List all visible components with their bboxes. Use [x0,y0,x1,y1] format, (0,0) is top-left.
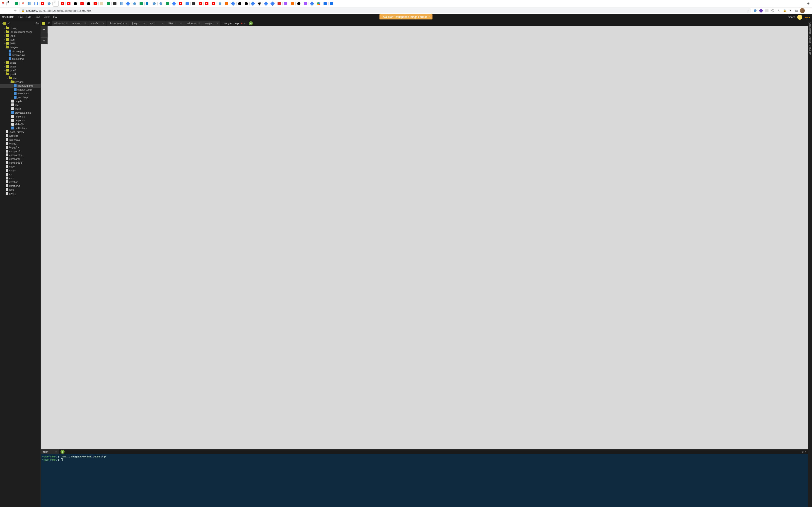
browser-tab[interactable] [309,1,315,7]
browser-tab[interactable] [92,1,98,7]
browser-tab[interactable] [138,1,144,7]
browser-tab[interactable] [316,1,321,7]
editor-tab[interactable]: address.c× [52,20,70,26]
close-icon[interactable]: × [805,450,807,453]
gear-icon[interactable]: ⚙▾ [35,22,39,25]
tree-file[interactable]: cp [0,172,41,176]
popout-icon[interactable]: ⧉ [802,450,804,453]
browser-tab[interactable] [329,1,335,7]
browser-tab[interactable] [0,1,6,7]
browser-tab[interactable] [13,1,19,7]
zoom-out-button[interactable]: − [41,26,48,33]
tree-file[interactable]: iteration [0,180,41,184]
tree-file[interactable]: copy [0,165,41,168]
tree-folder[interactable]: ▸2020 [0,42,41,45]
editor-tab[interactable]: jpeg.c× [130,20,148,26]
tree-folder[interactable]: ▾images [0,80,41,84]
add-terminal-button[interactable]: + [60,450,64,454]
close-icon[interactable]: × [244,22,245,25]
tree-file[interactable]: compare0 [0,149,41,153]
browser-tab[interactable] [302,1,308,7]
profile-avatar[interactable] [800,8,805,13]
editor-viewport[interactable]: − + [41,26,808,449]
editor-tab[interactable]: courtyard.bmp× [220,20,248,26]
browser-tab[interactable] [184,1,190,7]
tree-toggle-icon[interactable]: ▾ [9,81,11,83]
editor-tab[interactable]: cp.c× [148,20,166,26]
browser-tab[interactable] [46,1,52,7]
close-icon[interactable]: × [198,22,200,25]
menu-view[interactable]: View [42,16,51,19]
tree-folder[interactable]: ▸pset2 [0,64,41,68]
browser-tab[interactable] [322,1,328,7]
tree-file[interactable]: jpeg.c [0,191,41,195]
tree-file[interactable]: helpers.c [0,115,41,118]
tree-file[interactable]: .bash_history [0,130,41,134]
browser-tab[interactable] [132,1,138,7]
browser-tab[interactable] [99,1,105,7]
nav-back-button[interactable]: ← [1,8,6,13]
new-browser-tab[interactable]: + [806,1,811,6]
browser-tab[interactable] [223,1,230,7]
tree-file[interactable]: address.c [0,137,41,142]
tree-folder[interactable]: ▸pset1 [0,61,41,64]
tree-toggle-icon[interactable]: ▾ [7,77,9,79]
tree-toggle-icon[interactable]: ▸ [4,69,6,71]
browser-tab[interactable] [256,1,262,7]
tree-file[interactable]: address [0,134,41,137]
close-icon[interactable]: × [216,22,218,25]
browser-tab[interactable] [158,1,164,7]
browser-tab[interactable] [79,1,85,7]
extension-icon[interactable]: ⓘ [770,8,775,13]
menu-find[interactable]: Find [33,16,42,19]
tree-toggle-icon[interactable]: ▸ [4,35,6,37]
tree-file[interactable]: buggy2.c [0,145,41,149]
browser-tab[interactable] [171,1,177,7]
close-icon[interactable]: × [126,22,127,25]
file-tree-sidebar[interactable]: ▾ ~/ ⚙▾ ▸.config▸.git-credential-cache▸.… [0,20,41,507]
menu-go[interactable]: Go [51,16,59,19]
tree-toggle-icon[interactable]: ▾ [1,22,3,24]
tree-file[interactable]: grayscale.bmp [0,111,41,115]
editor-tab[interactable]: scanf.c× [88,20,106,26]
browser-tab[interactable] [230,1,236,7]
browser-tab[interactable] [125,1,131,7]
extension-icon[interactable] [753,8,758,13]
tree-file[interactable]: dimora2.jpg [0,53,41,57]
browser-menu-button[interactable]: ⋮ [806,8,811,13]
browser-tab[interactable] [276,1,282,7]
browser-tab[interactable] [53,1,59,7]
close-icon[interactable]: × [55,450,57,453]
tree-file[interactable]: compare0.c [0,153,41,157]
star-icon[interactable]: ☆ [747,9,749,12]
extensions-menu-icon[interactable]: ✦ [788,8,793,13]
tree-toggle-icon[interactable]: ▾ [4,46,6,48]
tree-file[interactable]: jpeg [0,188,41,191]
browser-tab[interactable] [86,1,92,7]
browser-tab[interactable] [296,1,302,7]
tree-folder[interactable]: ▸.config [0,26,41,30]
add-tab-button[interactable]: + [249,21,253,25]
reading-list-icon[interactable]: ▤ [794,8,799,13]
close-icon[interactable]: × [84,22,86,25]
terminal-tab[interactable]: filter/ × [41,450,59,454]
zoom-in-button[interactable]: + [41,37,48,44]
tree-toggle-icon[interactable]: ▸ [4,31,6,33]
editor-tab[interactable]: helpers.c× [184,20,202,26]
browser-tab[interactable] [7,1,13,7]
url-input[interactable]: 🔒 ide.cs50.io/2f61eb8e2d6c453c870eb8fb16… [19,8,751,13]
tree-toggle-icon[interactable]: ▸ [4,62,6,64]
share-button[interactable]: Share [788,16,795,19]
browser-tab[interactable] [105,1,111,7]
extension-icon[interactable] [764,8,769,13]
browser-tab[interactable] [237,1,243,7]
browser-tab[interactable] [243,1,249,7]
tree-root-label[interactable]: ~/ [7,22,9,25]
browser-tab[interactable] [204,1,210,7]
extension-icon[interactable] [759,8,764,13]
tree-folder[interactable]: ▾images [0,45,41,49]
tree-file[interactable]: copy.c [0,168,41,172]
tree-file[interactable]: compare1 [0,157,41,161]
tree-folder[interactable]: ▸.ssh [0,38,41,42]
browser-tab[interactable] [112,1,118,7]
